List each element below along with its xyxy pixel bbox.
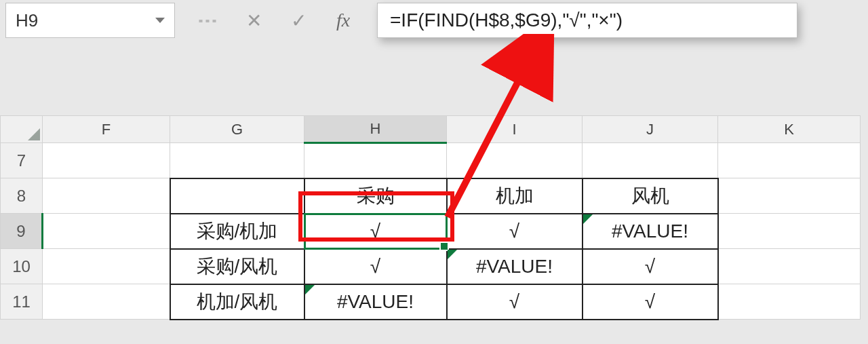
cell-H8[interactable]: 采购	[304, 178, 447, 214]
cell-F9[interactable]	[43, 214, 170, 249]
fx-icon[interactable]: fx	[323, 3, 363, 37]
cell-G10[interactable]: 采购/风机	[170, 249, 304, 284]
cell-K8[interactable]	[718, 178, 861, 214]
cell-K7[interactable]	[718, 143, 861, 178]
name-box-value: H9	[16, 10, 38, 31]
cell-I10[interactable]: #VALUE!	[447, 249, 583, 284]
cell-J11[interactable]: √	[583, 284, 718, 320]
col-header-F[interactable]: F	[43, 116, 170, 143]
cell-I9[interactable]: √	[447, 214, 583, 249]
cell-F11[interactable]	[43, 284, 170, 320]
cell-G9[interactable]: 采购/机加	[170, 214, 304, 249]
col-header-K[interactable]: K	[718, 116, 861, 143]
cell-J8[interactable]: 风机	[583, 178, 718, 214]
formula-text: =IF(FIND(H$8,$G9),"√","×")	[390, 9, 623, 31]
row-header-10[interactable]: 10	[1, 249, 43, 284]
cell-J10[interactable]: √	[583, 249, 718, 284]
col-header-G[interactable]: G	[170, 116, 304, 143]
cancel-icon[interactable]: ✕	[233, 3, 274, 37]
col-header-H[interactable]: H	[304, 116, 447, 143]
col-header-I[interactable]: I	[447, 116, 583, 143]
cell-F10[interactable]	[43, 249, 170, 284]
spreadsheet-grid[interactable]: F G H I J K 7 8 采购 机加 风机 9 采购/机加 √ √ #VA…	[0, 115, 868, 320]
cell-K11[interactable]	[718, 284, 861, 320]
cell-F7[interactable]	[43, 143, 170, 178]
formula-bar: H9 ⋮ ✕ ✓ fx =IF(FIND(H$8,$G9),"√","×")	[0, 0, 868, 41]
cell-H7[interactable]	[304, 143, 447, 178]
cell-I11[interactable]: √	[447, 284, 583, 320]
cell-H11[interactable]: #VALUE!	[304, 284, 447, 320]
cell-K10[interactable]	[718, 249, 861, 284]
name-box[interactable]: H9	[5, 3, 175, 38]
cell-F8[interactable]	[43, 178, 170, 214]
formula-input[interactable]: =IF(FIND(H$8,$G9),"√","×")	[377, 3, 797, 38]
row-header-7[interactable]: 7	[1, 143, 43, 178]
cell-H10[interactable]: √	[304, 249, 447, 284]
cell-G11[interactable]: 机加/风机	[170, 284, 304, 320]
more-icon[interactable]: ⋮	[192, 0, 226, 41]
row-header-9[interactable]: 9	[1, 214, 43, 249]
col-header-J[interactable]: J	[583, 116, 718, 143]
cell-G8[interactable]	[170, 178, 304, 214]
chevron-down-icon[interactable]	[155, 18, 165, 23]
cell-J7[interactable]	[583, 143, 718, 178]
cell-H9[interactable]: √	[304, 214, 447, 249]
select-all-corner[interactable]	[1, 116, 43, 143]
cell-G7[interactable]	[170, 143, 304, 178]
cell-J9[interactable]: #VALUE!	[583, 214, 718, 249]
cell-I7[interactable]	[447, 143, 583, 178]
row-header-8[interactable]: 8	[1, 178, 43, 214]
row-header-11[interactable]: 11	[1, 284, 43, 320]
cell-K9[interactable]	[718, 214, 861, 249]
cell-I8[interactable]: 机加	[447, 178, 583, 214]
formula-buttons: ⋮ ✕ ✓ fx	[182, 3, 363, 38]
confirm-icon[interactable]: ✓	[278, 3, 319, 37]
